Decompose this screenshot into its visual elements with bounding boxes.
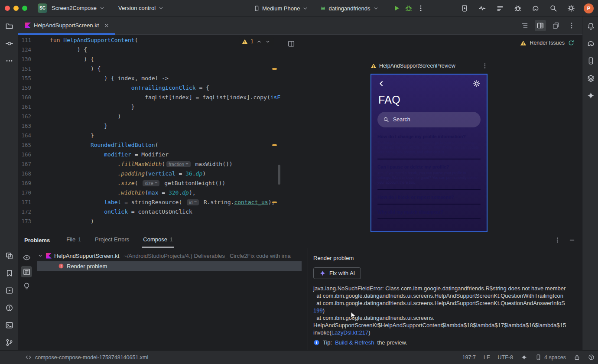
stack-trace-line: at com.ibm.google.datingandfriends.ui.sc…	[313, 314, 582, 322]
run-configuration-selector[interactable]: datingandfriends	[320, 5, 379, 12]
kotlin-file-icon	[25, 23, 31, 28]
project-folder-button[interactable]	[3, 20, 15, 32]
preview-layout-button[interactable]	[287, 40, 295, 48]
layout-inspector-button[interactable]	[3, 250, 15, 262]
macos-minimize-button[interactable]	[13, 6, 19, 11]
code-line[interactable]: 172 onClick = contactUsOnClick	[18, 207, 281, 217]
options-kebab-button[interactable]	[554, 237, 561, 244]
more-tool-windows-button[interactable]	[3, 55, 15, 67]
running-devices-button[interactable]	[459, 3, 470, 13]
split-editor-button[interactable]	[535, 20, 546, 31]
more-actions-button[interactable]	[415, 2, 427, 14]
expand-chevron-icon[interactable]	[37, 253, 43, 259]
render-issues-widget[interactable]: Render Issues	[520, 39, 575, 46]
macos-close-button[interactable]	[5, 6, 10, 11]
chevron-down-icon[interactable]	[265, 39, 271, 45]
line-number: 155	[18, 74, 31, 83]
problems-file-row[interactable]: HelpAndSupportScreen.kt ~/AndroidStudioP…	[37, 251, 308, 260]
device-selector[interactable]: Medium Phone	[254, 5, 309, 12]
bookmarks-button[interactable]	[3, 267, 15, 279]
hide-panel-button[interactable]	[569, 237, 575, 244]
run-button[interactable]	[390, 2, 403, 14]
code-token: = {	[196, 84, 209, 91]
code-line[interactable]: 168 .padding(vertical = 36.dp)	[18, 169, 281, 179]
code-line[interactable]: 164 }	[18, 131, 281, 140]
resource-manager-button[interactable]	[585, 72, 597, 84]
logcat-button[interactable]	[495, 3, 505, 13]
fix-with-ai-button[interactable]: Fix with AI	[313, 267, 361, 279]
code-line[interactable]: 171 label = stringResource( id = R.strin…	[18, 198, 281, 207]
device-status-widget[interactable]: 4 spaces	[535, 354, 566, 361]
gradle-button[interactable]	[585, 37, 597, 49]
faq-item: How do I change my profile information?T…	[377, 134, 481, 159]
code-line[interactable]: 130 ) {	[18, 55, 281, 64]
macos-zoom-button[interactable]	[22, 6, 27, 11]
quickfix-bulb-button[interactable]	[21, 280, 32, 292]
code-line[interactable]: 165 RoundedFilledButton(	[18, 140, 281, 150]
code-token: onTrailingIconClick	[131, 84, 196, 91]
preview-eye-button[interactable]	[21, 252, 32, 263]
app-inspection-button[interactable]	[513, 3, 523, 13]
help-widget[interactable]	[588, 354, 595, 361]
code-line[interactable]: 151 ) {	[18, 64, 281, 74]
debug-button[interactable]	[403, 2, 415, 14]
stack-trace-link[interactable]: LazyDsl.kt:217	[332, 329, 368, 336]
line-number: 151	[18, 64, 31, 74]
inspection-widget[interactable]: 1	[239, 37, 274, 46]
project-widget[interactable]: Screen2Compose	[52, 5, 105, 11]
code-line[interactable]: 162 )	[18, 112, 281, 121]
ai-status-widget[interactable]	[521, 354, 527, 361]
code-line[interactable]: 161 }	[18, 102, 281, 112]
problems-button[interactable]	[3, 302, 15, 314]
problems-tab-file[interactable]: File1	[65, 232, 82, 248]
refresh-icon[interactable]	[568, 39, 575, 46]
editor-tab-active[interactable]: HelpAndSupportScreen.kt	[18, 16, 115, 35]
problem-row-selected[interactable]: Render problem	[37, 261, 302, 271]
encoding-widget[interactable]: UTF-8	[498, 354, 513, 361]
gemini-button[interactable]	[585, 89, 597, 101]
code-line[interactable]: 160 faqList[index] = faqList[index].copy…	[18, 93, 281, 102]
chevron-up-icon[interactable]	[256, 39, 262, 45]
detach-editor-button[interactable]	[550, 20, 562, 31]
line-separator-widget[interactable]: LF	[484, 354, 490, 361]
commit-button[interactable]	[3, 37, 15, 49]
problems-tab-project-errors[interactable]: Project Errors	[94, 232, 130, 248]
readonly-lock-widget[interactable]	[574, 354, 580, 361]
settings-gear-button[interactable]	[566, 3, 576, 13]
code-line[interactable]: 173 )	[18, 217, 281, 226]
version-control-button[interactable]	[3, 336, 15, 348]
terminal-button[interactable]	[3, 319, 15, 331]
close-icon[interactable]	[104, 23, 110, 29]
structure-view-button[interactable]	[519, 20, 530, 31]
code-line[interactable]: 159 onTrailingIconClick = {	[18, 83, 281, 93]
preview-menu-button[interactable]	[481, 62, 488, 69]
code-line[interactable]: 155 ) { index, model ->	[18, 74, 281, 83]
warning-stripe-mark[interactable]	[272, 144, 277, 146]
user-avatar[interactable]: P	[584, 3, 594, 13]
editor-kebab-button[interactable]	[566, 20, 577, 31]
search-everywhere-button[interactable]	[548, 3, 559, 13]
status-file-widget[interactable]: compose-compose-model-1758748140651.xml	[0, 354, 148, 361]
warning-stripe-mark[interactable]	[272, 68, 277, 70]
stack-trace-link[interactable]: 199	[313, 307, 323, 314]
code-line[interactable]: 169 .size( size = getButtonHeight())	[18, 179, 281, 188]
caret-position-widget[interactable]: 197:7	[462, 354, 476, 361]
code-line[interactable]: 167 .fillMaxWidth(fraction = maxWidth())	[18, 159, 281, 169]
warning-stripe-mark[interactable]	[272, 202, 277, 203]
run-tool-button[interactable]	[3, 284, 15, 296]
gradle-sync-button[interactable]	[530, 3, 541, 13]
editor-scrollbar[interactable]	[278, 165, 280, 185]
code-editor[interactable]: 111fun HelpAndSupportContent(124 ) {130 …	[18, 35, 281, 232]
problems-tab-compose[interactable]: Compose1	[142, 232, 173, 248]
details-view-button[interactable]	[21, 266, 32, 277]
code-line[interactable]: 166 modifier = Modifier	[18, 150, 281, 159]
vcs-widget[interactable]: Version control	[118, 5, 164, 11]
code-line[interactable]: 170 .widthIn(max = 320.dp),	[18, 188, 281, 198]
profiler-button[interactable]	[477, 3, 488, 13]
code-line[interactable]: 163 }	[18, 121, 281, 131]
notifications-bell-button[interactable]	[585, 20, 597, 32]
code-line[interactable]: 124 ) {	[18, 45, 281, 55]
device-manager-button[interactable]	[585, 55, 597, 67]
problems-window-title[interactable]: Problems	[24, 237, 50, 244]
build-refresh-link[interactable]: Build & Refresh	[335, 339, 374, 346]
